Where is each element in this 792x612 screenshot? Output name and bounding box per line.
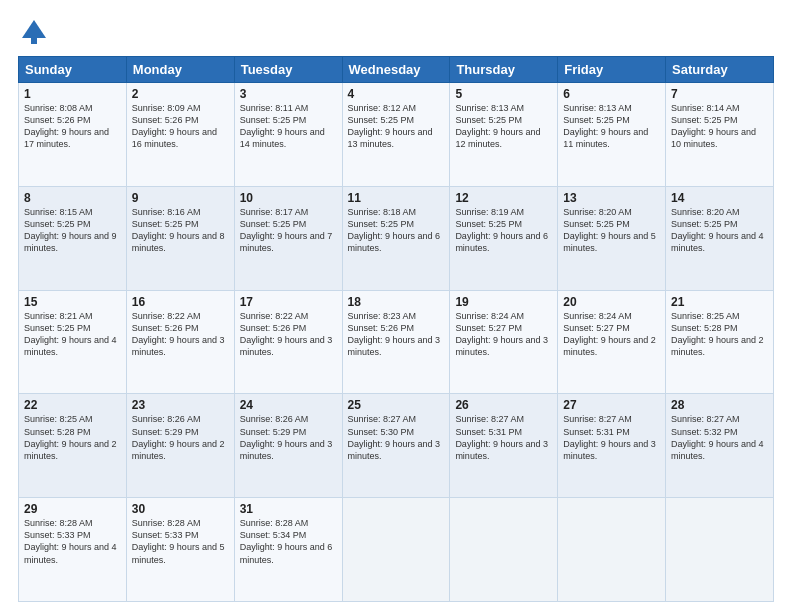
day-number: 4 — [348, 87, 445, 101]
calendar-cell: 2Sunrise: 8:09 AMSunset: 5:26 PMDaylight… — [126, 83, 234, 187]
calendar-cell: 13Sunrise: 8:20 AMSunset: 5:25 PMDayligh… — [558, 186, 666, 290]
day-number: 21 — [671, 295, 768, 309]
calendar-cell: 16Sunrise: 8:22 AMSunset: 5:26 PMDayligh… — [126, 290, 234, 394]
cell-details: Sunrise: 8:26 AMSunset: 5:29 PMDaylight:… — [240, 413, 337, 462]
day-number: 2 — [132, 87, 229, 101]
cell-details: Sunrise: 8:28 AMSunset: 5:34 PMDaylight:… — [240, 517, 337, 566]
day-number: 25 — [348, 398, 445, 412]
cell-details: Sunrise: 8:28 AMSunset: 5:33 PMDaylight:… — [24, 517, 121, 566]
calendar-header-monday: Monday — [126, 57, 234, 83]
cell-details: Sunrise: 8:15 AMSunset: 5:25 PMDaylight:… — [24, 206, 121, 255]
cell-details: Sunrise: 8:11 AMSunset: 5:25 PMDaylight:… — [240, 102, 337, 151]
day-number: 18 — [348, 295, 445, 309]
day-number: 20 — [563, 295, 660, 309]
day-number: 14 — [671, 191, 768, 205]
calendar-cell: 17Sunrise: 8:22 AMSunset: 5:26 PMDayligh… — [234, 290, 342, 394]
cell-details: Sunrise: 8:16 AMSunset: 5:25 PMDaylight:… — [132, 206, 229, 255]
cell-details: Sunrise: 8:19 AMSunset: 5:25 PMDaylight:… — [455, 206, 552, 255]
calendar-cell: 22Sunrise: 8:25 AMSunset: 5:28 PMDayligh… — [19, 394, 127, 498]
day-number: 27 — [563, 398, 660, 412]
calendar-body: 1Sunrise: 8:08 AMSunset: 5:26 PMDaylight… — [19, 83, 774, 602]
calendar-cell — [558, 498, 666, 602]
cell-details: Sunrise: 8:24 AMSunset: 5:27 PMDaylight:… — [455, 310, 552, 359]
calendar-week-row: 1Sunrise: 8:08 AMSunset: 5:26 PMDaylight… — [19, 83, 774, 187]
cell-details: Sunrise: 8:23 AMSunset: 5:26 PMDaylight:… — [348, 310, 445, 359]
calendar-header-row: SundayMondayTuesdayWednesdayThursdayFrid… — [19, 57, 774, 83]
cell-details: Sunrise: 8:18 AMSunset: 5:25 PMDaylight:… — [348, 206, 445, 255]
cell-details: Sunrise: 8:13 AMSunset: 5:25 PMDaylight:… — [455, 102, 552, 151]
cell-details: Sunrise: 8:21 AMSunset: 5:25 PMDaylight:… — [24, 310, 121, 359]
calendar-cell: 12Sunrise: 8:19 AMSunset: 5:25 PMDayligh… — [450, 186, 558, 290]
calendar-cell: 9Sunrise: 8:16 AMSunset: 5:25 PMDaylight… — [126, 186, 234, 290]
cell-details: Sunrise: 8:28 AMSunset: 5:33 PMDaylight:… — [132, 517, 229, 566]
calendar-cell: 26Sunrise: 8:27 AMSunset: 5:31 PMDayligh… — [450, 394, 558, 498]
day-number: 8 — [24, 191, 121, 205]
day-number: 19 — [455, 295, 552, 309]
cell-details: Sunrise: 8:27 AMSunset: 5:30 PMDaylight:… — [348, 413, 445, 462]
day-number: 6 — [563, 87, 660, 101]
calendar-cell: 14Sunrise: 8:20 AMSunset: 5:25 PMDayligh… — [666, 186, 774, 290]
day-number: 3 — [240, 87, 337, 101]
cell-details: Sunrise: 8:25 AMSunset: 5:28 PMDaylight:… — [671, 310, 768, 359]
day-number: 13 — [563, 191, 660, 205]
calendar-week-row: 8Sunrise: 8:15 AMSunset: 5:25 PMDaylight… — [19, 186, 774, 290]
calendar-cell: 11Sunrise: 8:18 AMSunset: 5:25 PMDayligh… — [342, 186, 450, 290]
calendar-cell: 15Sunrise: 8:21 AMSunset: 5:25 PMDayligh… — [19, 290, 127, 394]
calendar-cell — [342, 498, 450, 602]
day-number: 31 — [240, 502, 337, 516]
day-number: 1 — [24, 87, 121, 101]
day-number: 28 — [671, 398, 768, 412]
page: SundayMondayTuesdayWednesdayThursdayFrid… — [0, 0, 792, 612]
calendar-header-tuesday: Tuesday — [234, 57, 342, 83]
calendar-cell: 6Sunrise: 8:13 AMSunset: 5:25 PMDaylight… — [558, 83, 666, 187]
calendar-cell: 3Sunrise: 8:11 AMSunset: 5:25 PMDaylight… — [234, 83, 342, 187]
calendar-cell: 19Sunrise: 8:24 AMSunset: 5:27 PMDayligh… — [450, 290, 558, 394]
calendar-cell: 1Sunrise: 8:08 AMSunset: 5:26 PMDaylight… — [19, 83, 127, 187]
calendar-cell: 31Sunrise: 8:28 AMSunset: 5:34 PMDayligh… — [234, 498, 342, 602]
day-number: 10 — [240, 191, 337, 205]
day-number: 22 — [24, 398, 121, 412]
logo-icon — [20, 18, 48, 46]
cell-details: Sunrise: 8:27 AMSunset: 5:31 PMDaylight:… — [455, 413, 552, 462]
cell-details: Sunrise: 8:26 AMSunset: 5:29 PMDaylight:… — [132, 413, 229, 462]
day-number: 5 — [455, 87, 552, 101]
day-number: 11 — [348, 191, 445, 205]
cell-details: Sunrise: 8:27 AMSunset: 5:31 PMDaylight:… — [563, 413, 660, 462]
logo — [18, 18, 48, 46]
calendar-week-row: 15Sunrise: 8:21 AMSunset: 5:25 PMDayligh… — [19, 290, 774, 394]
day-number: 12 — [455, 191, 552, 205]
calendar-cell: 10Sunrise: 8:17 AMSunset: 5:25 PMDayligh… — [234, 186, 342, 290]
day-number: 9 — [132, 191, 229, 205]
cell-details: Sunrise: 8:27 AMSunset: 5:32 PMDaylight:… — [671, 413, 768, 462]
calendar-cell: 25Sunrise: 8:27 AMSunset: 5:30 PMDayligh… — [342, 394, 450, 498]
calendar-cell: 27Sunrise: 8:27 AMSunset: 5:31 PMDayligh… — [558, 394, 666, 498]
cell-details: Sunrise: 8:17 AMSunset: 5:25 PMDaylight:… — [240, 206, 337, 255]
cell-details: Sunrise: 8:20 AMSunset: 5:25 PMDaylight:… — [563, 206, 660, 255]
calendar-cell — [450, 498, 558, 602]
calendar-header-sunday: Sunday — [19, 57, 127, 83]
cell-details: Sunrise: 8:24 AMSunset: 5:27 PMDaylight:… — [563, 310, 660, 359]
day-number: 16 — [132, 295, 229, 309]
calendar-cell: 18Sunrise: 8:23 AMSunset: 5:26 PMDayligh… — [342, 290, 450, 394]
calendar-week-row: 29Sunrise: 8:28 AMSunset: 5:33 PMDayligh… — [19, 498, 774, 602]
cell-details: Sunrise: 8:09 AMSunset: 5:26 PMDaylight:… — [132, 102, 229, 151]
calendar-cell: 29Sunrise: 8:28 AMSunset: 5:33 PMDayligh… — [19, 498, 127, 602]
svg-marker-0 — [22, 20, 46, 38]
calendar-cell: 8Sunrise: 8:15 AMSunset: 5:25 PMDaylight… — [19, 186, 127, 290]
day-number: 7 — [671, 87, 768, 101]
calendar-cell: 23Sunrise: 8:26 AMSunset: 5:29 PMDayligh… — [126, 394, 234, 498]
calendar-cell: 21Sunrise: 8:25 AMSunset: 5:28 PMDayligh… — [666, 290, 774, 394]
calendar-table: SundayMondayTuesdayWednesdayThursdayFrid… — [18, 56, 774, 602]
header — [18, 18, 774, 46]
calendar-cell: 20Sunrise: 8:24 AMSunset: 5:27 PMDayligh… — [558, 290, 666, 394]
calendar-cell: 7Sunrise: 8:14 AMSunset: 5:25 PMDaylight… — [666, 83, 774, 187]
cell-details: Sunrise: 8:22 AMSunset: 5:26 PMDaylight:… — [132, 310, 229, 359]
day-number: 17 — [240, 295, 337, 309]
day-number: 23 — [132, 398, 229, 412]
cell-details: Sunrise: 8:12 AMSunset: 5:25 PMDaylight:… — [348, 102, 445, 151]
calendar-cell — [666, 498, 774, 602]
calendar-week-row: 22Sunrise: 8:25 AMSunset: 5:28 PMDayligh… — [19, 394, 774, 498]
cell-details: Sunrise: 8:14 AMSunset: 5:25 PMDaylight:… — [671, 102, 768, 151]
cell-details: Sunrise: 8:13 AMSunset: 5:25 PMDaylight:… — [563, 102, 660, 151]
day-number: 30 — [132, 502, 229, 516]
